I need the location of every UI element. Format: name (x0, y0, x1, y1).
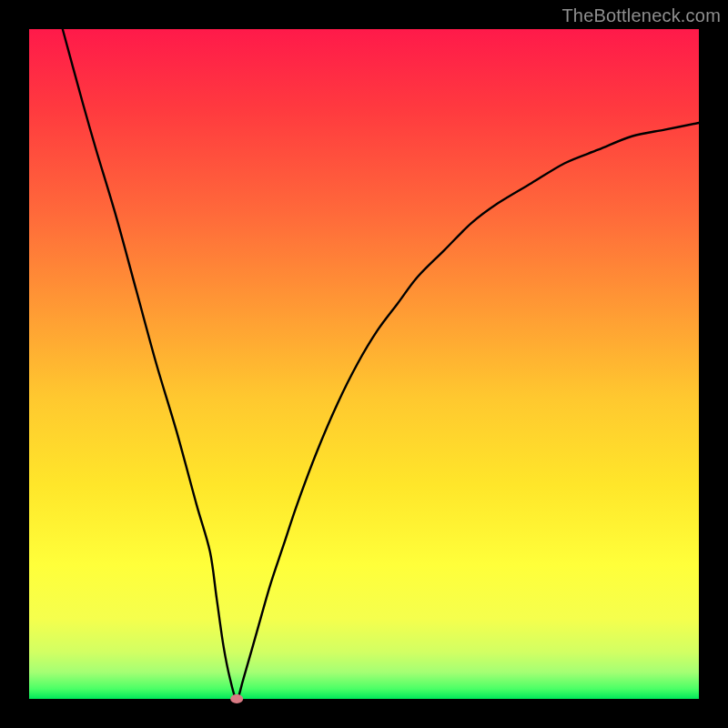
curve-svg (29, 29, 699, 699)
optimal-point-marker (230, 694, 243, 703)
watermark-text: TheBottleneck.com (561, 5, 721, 26)
bottleneck-curve (63, 29, 699, 699)
chart-frame: TheBottleneck.com (0, 0, 728, 728)
plot-area (29, 29, 699, 699)
